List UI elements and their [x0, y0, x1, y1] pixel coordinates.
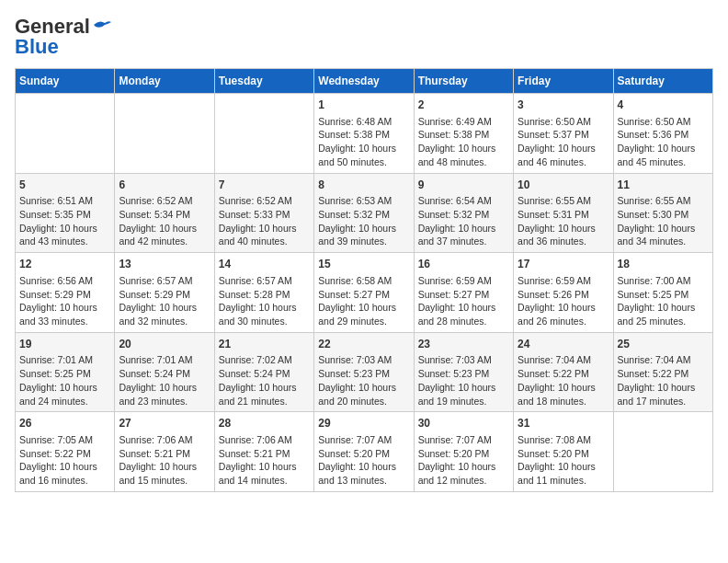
calendar-cell: 26Sunrise: 7:05 AM Sunset: 5:22 PM Dayli… — [16, 412, 115, 492]
header-wednesday: Wednesday — [314, 69, 414, 94]
calendar-week-2: 5Sunrise: 6:51 AM Sunset: 5:35 PM Daylig… — [16, 173, 713, 253]
calendar-cell: 17Sunrise: 6:59 AM Sunset: 5:26 PM Dayli… — [514, 253, 613, 333]
day-info: Sunrise: 6:50 AM Sunset: 5:36 PM Dayligh… — [618, 115, 709, 169]
day-number: 28 — [219, 416, 310, 431]
day-info: Sunrise: 7:01 AM Sunset: 5:24 PM Dayligh… — [119, 353, 210, 408]
day-info: Sunrise: 7:03 AM Sunset: 5:23 PM Dayligh… — [418, 353, 509, 408]
header-sunday: Sunday — [16, 69, 115, 94]
day-number: 11 — [618, 178, 709, 193]
day-info: Sunrise: 6:57 AM Sunset: 5:29 PM Dayligh… — [119, 274, 210, 328]
day-number: 31 — [518, 416, 609, 431]
day-info: Sunrise: 6:55 AM Sunset: 5:31 PM Dayligh… — [518, 194, 609, 248]
day-number: 5 — [19, 178, 110, 193]
day-info: Sunrise: 6:53 AM Sunset: 5:32 PM Dayligh… — [318, 194, 409, 248]
calendar-cell: 23Sunrise: 7:03 AM Sunset: 5:23 PM Dayli… — [414, 332, 513, 412]
calendar-cell: 27Sunrise: 7:06 AM Sunset: 5:21 PM Dayli… — [115, 412, 214, 492]
calendar-week-1: 1Sunrise: 6:48 AM Sunset: 5:38 PM Daylig… — [16, 94, 713, 174]
day-number: 1 — [318, 98, 409, 113]
day-info: Sunrise: 7:02 AM Sunset: 5:24 PM Dayligh… — [219, 353, 310, 408]
day-number: 2 — [418, 98, 509, 113]
calendar-cell: 8Sunrise: 6:53 AM Sunset: 5:32 PM Daylig… — [314, 173, 414, 253]
day-info: Sunrise: 6:52 AM Sunset: 5:33 PM Dayligh… — [219, 194, 310, 248]
day-number: 17 — [518, 257, 609, 272]
day-number: 10 — [518, 178, 609, 193]
calendar-header-row: SundayMondayTuesdayWednesdayThursdayFrid… — [16, 69, 713, 94]
calendar-cell: 22Sunrise: 7:03 AM Sunset: 5:23 PM Dayli… — [314, 332, 414, 412]
day-info: Sunrise: 6:50 AM Sunset: 5:37 PM Dayligh… — [518, 115, 609, 169]
calendar-cell: 4Sunrise: 6:50 AM Sunset: 5:36 PM Daylig… — [613, 94, 712, 174]
day-number: 21 — [219, 337, 310, 352]
day-info: Sunrise: 6:55 AM Sunset: 5:30 PM Dayligh… — [618, 194, 709, 248]
day-info: Sunrise: 7:00 AM Sunset: 5:25 PM Dayligh… — [618, 274, 709, 328]
calendar-cell: 7Sunrise: 6:52 AM Sunset: 5:33 PM Daylig… — [214, 173, 313, 253]
calendar-cell: 13Sunrise: 6:57 AM Sunset: 5:29 PM Dayli… — [115, 253, 214, 333]
calendar-cell: 9Sunrise: 6:54 AM Sunset: 5:32 PM Daylig… — [414, 173, 513, 253]
day-info: Sunrise: 6:51 AM Sunset: 5:35 PM Dayligh… — [19, 194, 110, 248]
header-tuesday: Tuesday — [214, 69, 313, 94]
calendar-table: SundayMondayTuesdayWednesdayThursdayFrid… — [15, 68, 713, 492]
day-number: 27 — [119, 416, 210, 431]
header-thursday: Thursday — [414, 69, 513, 94]
day-number: 15 — [318, 257, 409, 272]
day-number: 9 — [418, 178, 509, 193]
logo: General Blue — [15, 15, 112, 59]
calendar-week-5: 26Sunrise: 7:05 AM Sunset: 5:22 PM Dayli… — [16, 412, 713, 492]
day-info: Sunrise: 6:54 AM Sunset: 5:32 PM Dayligh… — [418, 194, 509, 248]
calendar-cell — [214, 94, 313, 174]
day-info: Sunrise: 7:08 AM Sunset: 5:20 PM Dayligh… — [518, 433, 609, 488]
calendar-cell: 29Sunrise: 7:07 AM Sunset: 5:20 PM Dayli… — [314, 412, 414, 492]
calendar-cell: 5Sunrise: 6:51 AM Sunset: 5:35 PM Daylig… — [16, 173, 115, 253]
day-number: 13 — [119, 257, 210, 272]
calendar-cell: 6Sunrise: 6:52 AM Sunset: 5:34 PM Daylig… — [115, 173, 214, 253]
calendar-cell: 2Sunrise: 6:49 AM Sunset: 5:38 PM Daylig… — [414, 94, 513, 174]
day-number: 26 — [19, 416, 110, 431]
calendar-cell: 10Sunrise: 6:55 AM Sunset: 5:31 PM Dayli… — [514, 173, 613, 253]
header-monday: Monday — [115, 69, 214, 94]
calendar-cell: 24Sunrise: 7:04 AM Sunset: 5:22 PM Dayli… — [514, 332, 613, 412]
logo-bird-icon — [92, 17, 112, 32]
day-number: 20 — [119, 337, 210, 352]
header-friday: Friday — [514, 69, 613, 94]
calendar-cell: 14Sunrise: 6:57 AM Sunset: 5:28 PM Dayli… — [214, 253, 313, 333]
day-info: Sunrise: 7:06 AM Sunset: 5:21 PM Dayligh… — [219, 433, 310, 488]
day-number: 16 — [418, 257, 509, 272]
day-info: Sunrise: 7:07 AM Sunset: 5:20 PM Dayligh… — [318, 433, 409, 488]
day-number: 8 — [318, 178, 409, 193]
calendar-cell: 20Sunrise: 7:01 AM Sunset: 5:24 PM Dayli… — [115, 332, 214, 412]
calendar-cell: 21Sunrise: 7:02 AM Sunset: 5:24 PM Dayli… — [214, 332, 313, 412]
day-info: Sunrise: 7:04 AM Sunset: 5:22 PM Dayligh… — [518, 353, 609, 408]
day-info: Sunrise: 6:59 AM Sunset: 5:27 PM Dayligh… — [418, 274, 509, 328]
calendar-cell: 11Sunrise: 6:55 AM Sunset: 5:30 PM Dayli… — [613, 173, 712, 253]
day-number: 18 — [618, 257, 709, 272]
day-info: Sunrise: 6:52 AM Sunset: 5:34 PM Dayligh… — [119, 194, 210, 248]
day-info: Sunrise: 6:49 AM Sunset: 5:38 PM Dayligh… — [418, 115, 509, 169]
day-number: 30 — [418, 416, 509, 431]
day-info: Sunrise: 6:58 AM Sunset: 5:27 PM Dayligh… — [318, 274, 409, 328]
day-number: 29 — [318, 416, 409, 431]
day-number: 19 — [19, 337, 110, 352]
calendar-cell: 1Sunrise: 6:48 AM Sunset: 5:38 PM Daylig… — [314, 94, 414, 174]
day-number: 25 — [618, 337, 709, 352]
day-number: 7 — [219, 178, 310, 193]
calendar-cell: 25Sunrise: 7:04 AM Sunset: 5:22 PM Dayli… — [613, 332, 712, 412]
day-number: 23 — [418, 337, 509, 352]
calendar-cell: 16Sunrise: 6:59 AM Sunset: 5:27 PM Dayli… — [414, 253, 513, 333]
logo-blue: Blue — [15, 35, 59, 59]
header-saturday: Saturday — [613, 69, 712, 94]
day-number: 14 — [219, 257, 310, 272]
day-info: Sunrise: 7:05 AM Sunset: 5:22 PM Dayligh… — [19, 433, 110, 488]
day-info: Sunrise: 7:07 AM Sunset: 5:20 PM Dayligh… — [418, 433, 509, 488]
calendar-week-4: 19Sunrise: 7:01 AM Sunset: 5:25 PM Dayli… — [16, 332, 713, 412]
day-info: Sunrise: 6:59 AM Sunset: 5:26 PM Dayligh… — [518, 274, 609, 328]
calendar-cell: 12Sunrise: 6:56 AM Sunset: 5:29 PM Dayli… — [16, 253, 115, 333]
calendar-cell: 30Sunrise: 7:07 AM Sunset: 5:20 PM Dayli… — [414, 412, 513, 492]
calendar-cell — [115, 94, 214, 174]
day-number: 4 — [618, 98, 709, 113]
day-info: Sunrise: 7:04 AM Sunset: 5:22 PM Dayligh… — [618, 353, 709, 408]
calendar-cell: 19Sunrise: 7:01 AM Sunset: 5:25 PM Dayli… — [16, 332, 115, 412]
day-number: 3 — [518, 98, 609, 113]
calendar-cell: 3Sunrise: 6:50 AM Sunset: 5:37 PM Daylig… — [514, 94, 613, 174]
day-info: Sunrise: 6:56 AM Sunset: 5:29 PM Dayligh… — [19, 274, 110, 328]
page-header: General Blue — [15, 15, 713, 59]
calendar-cell — [613, 412, 712, 492]
